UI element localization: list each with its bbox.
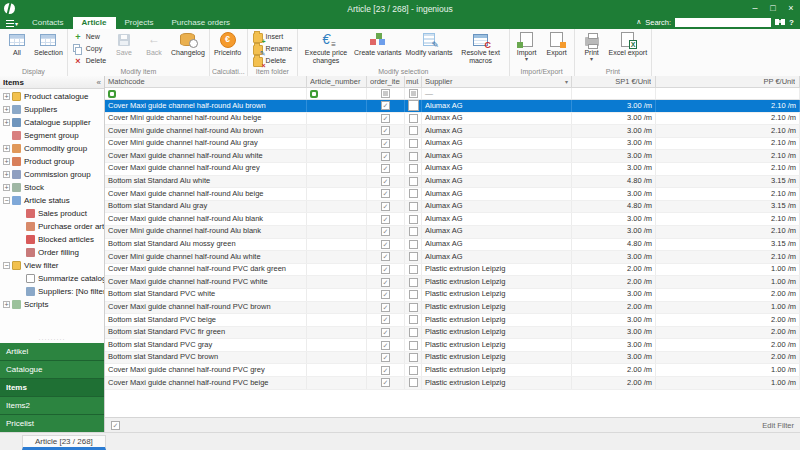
help-icon[interactable]: ? bbox=[789, 18, 794, 27]
tree-item[interactable]: Suppliers: [No filter] bbox=[0, 285, 104, 298]
table-row[interactable]: Cover Mini guide channel half-round Alu … bbox=[105, 125, 800, 138]
mul-checkbox[interactable] bbox=[409, 303, 418, 312]
order-item-checkbox[interactable] bbox=[381, 290, 390, 299]
mul-checkbox[interactable] bbox=[409, 265, 418, 274]
order-item-checkbox[interactable] bbox=[381, 139, 390, 148]
tree-item[interactable]: + Scripts bbox=[0, 298, 104, 311]
order-item-checkbox[interactable] bbox=[381, 378, 390, 387]
tree-item[interactable]: + Product group bbox=[0, 155, 104, 168]
table-row[interactable]: Cover Maxi guide channel half-round Alu … bbox=[105, 163, 800, 176]
table-row[interactable]: Bottom slat Standard PVC beige Plastic e… bbox=[105, 314, 800, 327]
search-input[interactable] bbox=[675, 18, 771, 27]
column-header[interactable]: PP €/Unit bbox=[656, 76, 800, 87]
status-tab-article[interactable]: Article [23 / 268] bbox=[22, 435, 106, 450]
order-item-checkbox[interactable] bbox=[381, 227, 390, 236]
tree-item[interactable]: Blocked articles bbox=[0, 233, 104, 246]
footer-checkbox[interactable] bbox=[111, 421, 120, 430]
mul-checkbox[interactable] bbox=[409, 366, 418, 375]
mul-checkbox[interactable] bbox=[409, 240, 418, 249]
filter-cell-supplier[interactable]: — bbox=[422, 88, 572, 99]
table-row[interactable]: Cover Maxi guide channel half-round PVC … bbox=[105, 264, 800, 277]
filter-cell-article-number[interactable] bbox=[307, 88, 367, 99]
tree-expander[interactable]: + bbox=[3, 184, 10, 191]
tree-item[interactable]: + Product catalogue bbox=[0, 90, 104, 103]
priceinfo-button[interactable]: € Priceinfo bbox=[212, 30, 243, 67]
tree-expander[interactable] bbox=[3, 132, 10, 139]
table-row[interactable]: Cover Maxi guide channel half-round Alu … bbox=[105, 213, 800, 226]
side-panel-tab[interactable]: Pricelist bbox=[0, 415, 104, 433]
mul-checkbox[interactable] bbox=[409, 189, 418, 198]
table-row[interactable]: Cover Maxi guide channel half-round PVC … bbox=[105, 377, 800, 390]
mul-checkbox[interactable] bbox=[409, 215, 418, 224]
print-button[interactable]: Print ▾ bbox=[577, 30, 607, 67]
mul-checkbox[interactable] bbox=[409, 353, 418, 362]
mul-checkbox[interactable] bbox=[409, 114, 418, 123]
order-item-checkbox[interactable] bbox=[381, 177, 390, 186]
tree-expander[interactable]: + bbox=[3, 145, 10, 152]
filter-cell-order-item[interactable] bbox=[367, 88, 405, 99]
tree-item[interactable]: Purchase order article bbox=[0, 220, 104, 233]
column-header[interactable]: SP1 €/Unit bbox=[572, 76, 656, 87]
mul-checkbox[interactable] bbox=[409, 378, 418, 387]
ribbon-tab[interactable]: Contacts bbox=[23, 17, 73, 29]
order-item-checkbox[interactable] bbox=[381, 126, 390, 135]
tree-expander[interactable]: + bbox=[3, 93, 10, 100]
changelog-button[interactable]: Changelog bbox=[169, 30, 207, 67]
table-row[interactable]: Cover Mini guide channel half-round Alu … bbox=[105, 226, 800, 239]
table-row[interactable]: Cover Maxi guide channel half-round Alu … bbox=[105, 188, 800, 201]
maximize-icon[interactable]: □ bbox=[764, 1, 782, 16]
tree-item[interactable]: + Catalogue supplier bbox=[0, 116, 104, 129]
table-row[interactable]: Cover Maxi guide channel half-round PVC … bbox=[105, 364, 800, 377]
column-header[interactable]: Matchcode bbox=[105, 76, 307, 87]
filter-cell-sp1[interactable] bbox=[572, 88, 656, 99]
order-item-checkbox[interactable] bbox=[381, 152, 390, 161]
edit-filter-button[interactable]: Edit Filter bbox=[762, 421, 794, 430]
excel-export-button[interactable]: Excel export bbox=[607, 30, 650, 67]
rename-folder-button[interactable]: ✎ Rename bbox=[251, 43, 294, 54]
tree-expander[interactable]: + bbox=[3, 158, 10, 165]
filter-cell-mul[interactable] bbox=[405, 88, 422, 99]
import-button[interactable]: Import ▾ bbox=[512, 30, 542, 67]
selection-button[interactable]: Selection bbox=[32, 30, 65, 67]
column-header[interactable]: Article_number bbox=[307, 76, 367, 87]
tree-expander[interactable]: − bbox=[3, 262, 10, 269]
tree-expander[interactable]: + bbox=[3, 171, 10, 178]
tree-expander[interactable] bbox=[17, 223, 24, 230]
side-panel-tab[interactable]: Items2 bbox=[0, 397, 104, 415]
tree-item[interactable]: + Commodity group bbox=[0, 142, 104, 155]
tree-expander[interactable] bbox=[17, 210, 24, 217]
mul-checkbox[interactable] bbox=[409, 152, 418, 161]
search-binoculars-icon[interactable] bbox=[775, 18, 785, 26]
order-item-checkbox[interactable] bbox=[381, 278, 390, 287]
tree-expander[interactable]: + bbox=[3, 106, 10, 113]
table-row[interactable]: Bottom slat Standard PVC gray Plastic ex… bbox=[105, 339, 800, 352]
table-row[interactable]: Cover Maxi guide channel half-round PVC … bbox=[105, 276, 800, 289]
order-item-checkbox[interactable] bbox=[381, 315, 390, 324]
tree-expander[interactable]: − bbox=[3, 197, 10, 204]
tree-expander[interactable] bbox=[17, 249, 24, 256]
column-header[interactable]: order_item bbox=[367, 76, 405, 87]
order-item-checkbox[interactable] bbox=[381, 366, 390, 375]
ribbon-tab[interactable]: Projects bbox=[116, 17, 163, 29]
order-item-checkbox[interactable] bbox=[381, 341, 390, 350]
table-row[interactable]: Bottom slat Standard PVC fir green Plast… bbox=[105, 327, 800, 340]
tree-expander[interactable] bbox=[17, 236, 24, 243]
export-button[interactable]: Export bbox=[542, 30, 572, 67]
tree-item[interactable]: + Stock bbox=[0, 181, 104, 194]
order-item-checkbox[interactable] bbox=[381, 265, 390, 274]
tree-expander[interactable] bbox=[17, 275, 24, 282]
mul-checkbox[interactable] bbox=[409, 341, 418, 350]
tree-expander[interactable]: + bbox=[3, 119, 10, 126]
resolve-text-macros-button[interactable]: Resolve text macros bbox=[455, 30, 507, 67]
order-item-checkbox[interactable] bbox=[381, 189, 390, 198]
table-row[interactable]: Cover Mini guide channel half-round Alu … bbox=[105, 113, 800, 126]
all-button[interactable]: All bbox=[2, 30, 32, 67]
tree-item[interactable]: − Article status bbox=[0, 194, 104, 207]
table-row[interactable]: Bottom slat Standard PVC white Plastic e… bbox=[105, 289, 800, 302]
side-panel-tab[interactable]: Artikel bbox=[0, 343, 104, 361]
mul-checkbox[interactable] bbox=[409, 278, 418, 287]
app-menu-button[interactable]: ▾ bbox=[0, 20, 23, 29]
delete-folder-button[interactable]: × Delete bbox=[251, 55, 294, 66]
mul-checkbox[interactable] bbox=[409, 202, 418, 211]
order-item-checkbox[interactable] bbox=[381, 303, 390, 312]
